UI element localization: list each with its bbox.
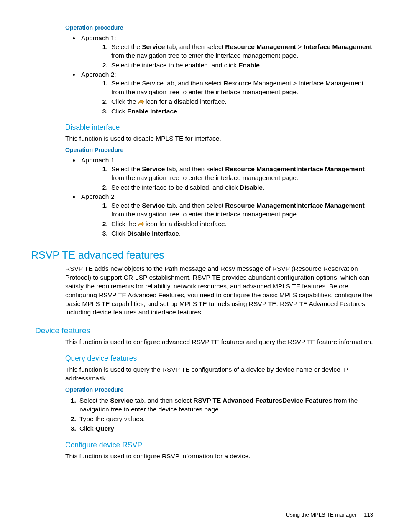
list-item: Click Query. [78, 424, 374, 433]
approach-list: Approach 1 Select the Service tab, and t… [67, 157, 374, 238]
paragraph: This function is used to configure advan… [65, 338, 374, 347]
list-item: Approach 2: Select the Service tab, and … [79, 71, 374, 116]
list-item: Select the Service tab, and then select … [110, 201, 374, 219]
steps-list: Select the Service tab, and then select … [65, 396, 374, 433]
operation-arrow-icon [138, 220, 144, 225]
heading-operation-procedure: Operation procedure [65, 24, 374, 31]
paragraph: RSVP TE adds new objects to the Path mes… [65, 265, 374, 317]
approach-label: Approach 2: [81, 71, 116, 78]
list-item: Select the Service tab, and then select … [78, 396, 374, 414]
paragraph: This function is used to configure RSVP … [65, 452, 374, 461]
list-item: Approach 2 Select the Service tab, and t… [79, 193, 374, 238]
steps-list: Select the Service tab, and then select … [97, 79, 374, 116]
list-item: Select the Service tab, and then select … [110, 43, 374, 60]
heading-operation-procedure: Operation Procedure [65, 146, 374, 153]
footer-label: Using the MPLS TE manager [286, 511, 357, 518]
list-item: Type the query values. [78, 415, 374, 424]
heading-disable-interface: Disable interface [65, 123, 374, 132]
approach-label: Approach 1: [81, 34, 116, 41]
page-number: 113 [364, 511, 373, 518]
heading-configure-device-rsvp: Configure device RSVP [65, 441, 374, 450]
heading-rsvp-te-advanced: RSVP TE advanced features [31, 249, 374, 261]
list-item: Select the interface to be enabled, and … [110, 61, 374, 70]
approach-list: Approach 1: Select the Service tab, and … [67, 34, 374, 116]
list-item: Select the Service tab, and then select … [110, 165, 374, 182]
steps-list: Select the Service tab, and then select … [97, 165, 374, 192]
list-item: Select the Service tab, and then select … [110, 79, 374, 97]
heading-device-features: Device features [35, 326, 374, 335]
list-item: Approach 1: Select the Service tab, and … [79, 34, 374, 70]
approach-label: Approach 1 [81, 157, 114, 164]
list-item: Select the interface to be disabled, and… [110, 183, 374, 192]
page-footer: Using the MPLS TE manager 113 [286, 511, 373, 518]
list-item: Click the icon for a disabled interface. [110, 220, 374, 229]
paragraph: This function is used to disable MPLS TE… [65, 134, 374, 143]
steps-list: Select the Service tab, and then select … [97, 201, 374, 238]
list-item: Click Enable Interface. [110, 107, 374, 116]
steps-list: Select the Service tab, and then select … [97, 43, 374, 70]
list-item: Click Disable Interface. [110, 229, 374, 238]
heading-operation-procedure: Operation Procedure [65, 386, 374, 393]
document-page: Operation procedure Approach 1: Select t… [0, 0, 399, 532]
approach-label: Approach 2 [81, 193, 114, 200]
list-item: Click the icon for a disabled interface. [110, 98, 374, 106]
list-item: Approach 1 Select the Service tab, and t… [79, 157, 374, 192]
operation-arrow-icon [138, 98, 144, 103]
heading-query-device-features: Query device features [65, 354, 374, 363]
paragraph: This function is used to query the RSVP … [65, 365, 374, 383]
